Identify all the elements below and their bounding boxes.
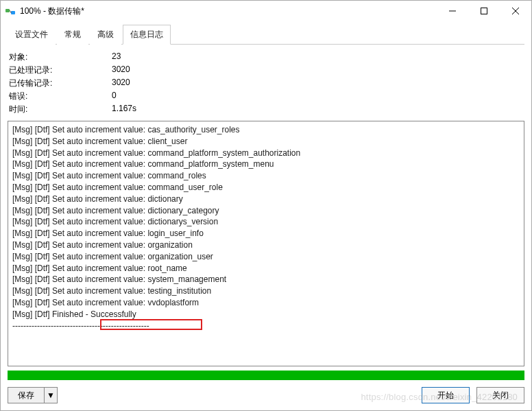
log-line: [Msg] [Dtf] Set auto increment value: di… <box>12 205 520 217</box>
stat-error-value: 0 <box>112 91 523 102</box>
stats-panel: 对象: 23 已处理记录: 3020 已传输记录: 3020 错误: 0 时间:… <box>8 50 524 121</box>
app-icon <box>5 6 16 17</box>
log-line: [Msg] [Dtf] Set auto increment value: co… <box>12 170 520 182</box>
log-line: [Msg] [Dtf] Set auto increment value: ca… <box>12 124 520 136</box>
log-output[interactable]: [Msg] [Dtf] Set auto increment value: ca… <box>8 121 524 366</box>
tab-advanced[interactable]: 高级 <box>90 25 121 45</box>
app-window: 100% - 数据传输* 设置文件 常规 高级 信息日志 对象: 23 已处理记… <box>0 0 532 411</box>
log-line: ----------------------------------------… <box>12 320 520 332</box>
log-line: [Msg] [Dtf] Set auto increment value: ro… <box>12 263 520 274</box>
save-dropdown-button[interactable]: ▼ <box>45 388 57 403</box>
stat-object-label: 对象: <box>9 51 112 63</box>
log-line: [Msg] [Dtf] Finished - Successfully <box>12 309 520 320</box>
log-line: [Msg] [Dtf] Set auto increment value: lo… <box>12 228 520 239</box>
log-line: [Msg] [Dtf] Set auto increment value: co… <box>12 148 520 159</box>
log-line: [Msg] [Dtf] Set auto increment value: co… <box>12 182 520 193</box>
log-line: [Msg] [Dtf] Set auto increment value: or… <box>12 239 520 251</box>
stat-transferred-value: 3020 <box>112 78 523 89</box>
log-line: [Msg] [Dtf] Set auto increment value: di… <box>12 216 520 228</box>
svg-rect-4 <box>481 8 487 14</box>
tab-bar: 设置文件 常规 高级 信息日志 <box>8 25 524 45</box>
close-dialog-button[interactable]: 关闭 <box>476 387 524 403</box>
log-line: [Msg] [Dtf] Set auto increment value: sy… <box>12 274 520 285</box>
save-button[interactable]: 保存 <box>8 388 45 403</box>
tab-info-log[interactable]: 信息日志 <box>123 25 171 45</box>
log-line: [Msg] [Dtf] Set auto increment value: di… <box>12 193 520 205</box>
tab-settings-file[interactable]: 设置文件 <box>8 25 56 45</box>
tab-general[interactable]: 常规 <box>57 25 88 45</box>
window-title: 100% - 数据传输* <box>20 5 437 17</box>
stat-object-value: 23 <box>112 51 523 63</box>
svg-rect-0 <box>5 9 10 12</box>
window-content: 设置文件 常规 高级 信息日志 对象: 23 已处理记录: 3020 已传输记录… <box>1 22 531 410</box>
progress-bar <box>8 371 524 380</box>
log-line: [Msg] [Dtf] Set auto increment value: co… <box>12 158 520 170</box>
log-line: [Msg] [Dtf] Set auto increment value: vv… <box>12 297 520 309</box>
stat-processed-value: 3020 <box>112 64 523 76</box>
stat-time-value: 1.167s <box>112 104 523 115</box>
title-bar: 100% - 数据传输* <box>1 1 531 22</box>
chevron-down-icon: ▼ <box>47 390 55 400</box>
stat-error-label: 错误: <box>9 91 112 102</box>
window-controls <box>437 1 531 22</box>
svg-rect-1 <box>11 11 15 14</box>
save-split-button: 保存 ▼ <box>8 387 58 403</box>
minimize-button[interactable] <box>437 1 468 21</box>
footer-bar: 保存 ▼ 开始 关闭 <box>8 387 524 403</box>
stat-transferred-label: 已传输记录: <box>9 78 112 89</box>
close-button[interactable] <box>500 1 531 21</box>
log-line: [Msg] [Dtf] Set auto increment value: te… <box>12 285 520 297</box>
stat-time-label: 时间: <box>9 104 112 115</box>
log-line: [Msg] [Dtf] Set auto increment value: or… <box>12 251 520 263</box>
maximize-button[interactable] <box>468 1 500 21</box>
stat-processed-label: 已处理记录: <box>9 64 112 76</box>
log-line: [Msg] [Dtf] Set auto increment value: cl… <box>12 136 520 148</box>
start-button[interactable]: 开始 <box>422 387 470 403</box>
